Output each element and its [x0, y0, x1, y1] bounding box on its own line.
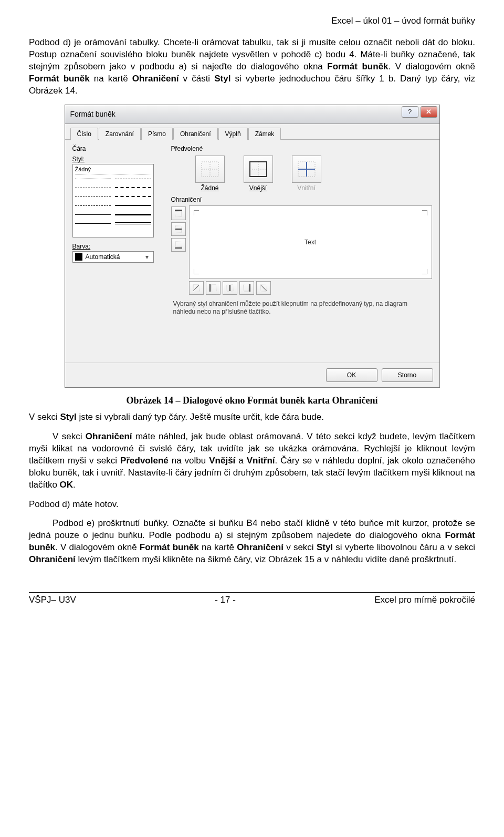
style-thick[interactable]	[115, 201, 151, 210]
border-hmid-button[interactable]	[171, 222, 186, 236]
style-none[interactable]: Žádný	[75, 166, 151, 174]
text: na kartě	[90, 74, 132, 84]
style-solid[interactable]	[75, 219, 111, 228]
bold: Ohraničení	[86, 431, 132, 441]
ok-button[interactable]: OK	[326, 368, 377, 382]
tab-number[interactable]: Číslo	[70, 128, 98, 140]
tab-protection[interactable]: Zámek	[248, 128, 281, 140]
style-label: Styl:	[72, 156, 162, 163]
bold: Styl	[214, 74, 230, 84]
color-swatch-icon	[75, 253, 82, 261]
style-dashdot-med[interactable]	[115, 192, 151, 201]
footer-left: VŠPJ– U3V	[29, 595, 76, 605]
border-diag-up-button[interactable]	[189, 281, 204, 295]
preset-inside-icon	[296, 160, 317, 179]
tab-font[interactable]: Písmo	[141, 128, 173, 140]
border-top-icon	[174, 209, 183, 218]
text: Podbod e) proškrtnutí buňky. Označte si …	[29, 518, 475, 540]
svg-rect-13	[175, 242, 182, 247]
help-button[interactable]: ?	[402, 106, 418, 118]
style-dashdot[interactable]	[75, 201, 111, 210]
border-left-button[interactable]	[206, 281, 220, 295]
svg-rect-10	[175, 211, 182, 216]
page-footer: VŠPJ– U3V - 17 - Excel pro mírně pokroči…	[29, 592, 475, 605]
dialog-title: Formát buněk	[70, 110, 116, 118]
border-top-button[interactable]	[171, 206, 186, 220]
style-dotted[interactable]	[75, 174, 111, 183]
close-button[interactable]: ✕	[421, 106, 437, 118]
style-thicker[interactable]	[115, 210, 151, 219]
text: jste si vybrali daný typ čáry. Ještě mus…	[77, 412, 324, 422]
border-vmid-button[interactable]	[223, 281, 237, 295]
footer-right: Excel pro mírně pokročilé	[374, 595, 475, 605]
page-header: Excel – úkol 01 – úvod formát buňky	[29, 16, 475, 26]
border-section-label: Ohraničení	[171, 196, 432, 203]
tab-fill[interactable]: Výplň	[218, 128, 248, 140]
text: .	[73, 480, 76, 490]
dialog-tabs: Číslo Zarovnání Písmo Ohraničení Výplň Z…	[65, 127, 439, 140]
text: a	[235, 456, 246, 466]
text: v části	[179, 74, 215, 84]
border-left-icon	[208, 283, 218, 293]
bold: Ohraničení	[29, 554, 76, 564]
style-dash-med[interactable]	[115, 183, 151, 192]
border-hmid-icon	[174, 224, 183, 234]
svg-line-24	[260, 285, 267, 291]
color-value: Automatická	[86, 253, 120, 261]
border-bottom-icon	[174, 240, 183, 250]
style-solid-thin[interactable]	[75, 210, 111, 219]
text: levým tlačítkem myši klikněte na šikmé č…	[76, 554, 456, 564]
border-diag-down-button[interactable]	[256, 281, 271, 295]
text: na volbu	[169, 456, 209, 466]
text: . V dialogovém okně	[55, 542, 140, 552]
bold: OK	[60, 480, 74, 490]
dialog-titlebar[interactable]: Formát buněk ? ✕	[65, 105, 439, 124]
style-double[interactable]	[115, 219, 151, 228]
preview-text: Text	[304, 239, 316, 246]
preset-outline-icon	[248, 160, 269, 179]
text: na kartě	[199, 542, 237, 552]
preset-none-icon	[200, 160, 220, 179]
border-right-button[interactable]	[239, 281, 254, 295]
tab-alignment[interactable]: Zarovnání	[99, 128, 141, 140]
paragraph-1: Podbod d) je orámování tabulky. Chcete-l…	[29, 37, 475, 97]
bold: Ohraničení	[237, 542, 284, 552]
preset-inside-button[interactable]	[292, 156, 321, 183]
style-dash-short[interactable]	[75, 183, 111, 192]
bold: Formát buněk	[140, 542, 199, 552]
format-cells-dialog: Formát buněk ? ✕ Číslo Zarovnání Písmo O…	[65, 105, 440, 388]
border-vmid-icon	[225, 283, 235, 293]
border-preview[interactable]: Text	[189, 205, 432, 279]
paragraph-4: Podbod d) máte hotov.	[29, 499, 475, 511]
text: V sekci	[29, 412, 60, 422]
line-style-list[interactable]: Žádný	[72, 164, 154, 237]
figure-caption: Obrázek 14 – Dialogové okno Formát buněk…	[29, 395, 475, 406]
bold: Vnitřní	[247, 456, 275, 466]
paragraph-5: Podbod e) proškrtnutí buňky. Označte si …	[29, 518, 475, 566]
cancel-button[interactable]: Storno	[382, 368, 433, 382]
bold: Styl	[60, 412, 77, 422]
presets-label: Předvolené	[171, 145, 432, 152]
corner-mark-icon	[194, 210, 199, 215]
corner-mark-icon	[422, 210, 427, 215]
text: V sekci	[52, 431, 86, 441]
preset-outline-button[interactable]	[244, 156, 273, 183]
line-section-label: Čára	[72, 145, 162, 152]
preset-inside-label: Vnitřní	[287, 184, 327, 192]
preset-none-label: Žádné	[190, 184, 230, 192]
text: v sekci	[284, 542, 317, 552]
bold: Vnější	[209, 456, 235, 466]
tab-border[interactable]: Ohraničení	[173, 128, 218, 140]
svg-rect-18	[211, 285, 216, 291]
bold: Styl	[317, 542, 333, 552]
style-dash[interactable]	[75, 192, 111, 201]
border-bottom-button[interactable]	[171, 238, 186, 252]
style-dashdot2[interactable]	[115, 174, 151, 183]
preset-outline-label: Vnější	[238, 184, 278, 192]
footer-page: - 17 -	[76, 595, 374, 605]
chevron-down-icon: ▾	[143, 253, 151, 261]
line-color-combo[interactable]: Automatická ▾	[72, 251, 154, 263]
preset-none-button[interactable]	[195, 156, 225, 183]
text: si vyberte libovolnou čáru a v sekci	[333, 542, 475, 552]
paragraph-2: V sekci Styl jste si vybrali daný typ čá…	[29, 411, 475, 423]
